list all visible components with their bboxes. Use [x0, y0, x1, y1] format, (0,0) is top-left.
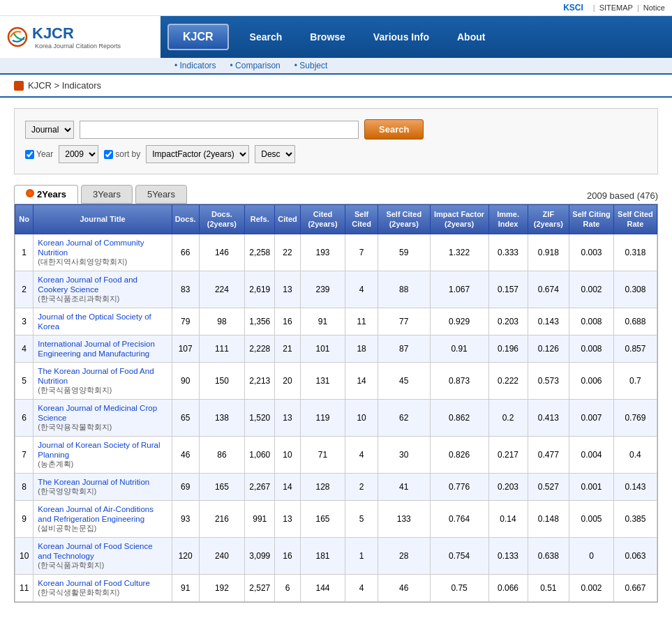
- cell-cited: 16: [275, 537, 301, 574]
- journal-title-link[interactable]: International Journal of Precision Engin…: [38, 340, 155, 358]
- nav-various-info[interactable]: Various Info: [359, 16, 443, 58]
- cell-cited-2y: 165: [300, 500, 345, 537]
- cell-impact-factor: 0.91: [430, 335, 488, 362]
- col-self-cited-2years: Self Cited (2years): [378, 205, 430, 234]
- table-container: No Journal Title Docs. Docs. (2years) Re…: [14, 204, 658, 603]
- cell-cited: 14: [275, 473, 301, 500]
- search-form: Journal Title ISSN Search Year 2009 2008…: [14, 108, 658, 174]
- journal-title-link[interactable]: Korean Journal of Air-Conditions and Ref…: [38, 505, 154, 523]
- cell-refs: 2,527: [245, 574, 275, 601]
- journal-title-link[interactable]: Journal of Korean Society of Rural Plann…: [38, 441, 160, 459]
- cell-self-cited: 4: [345, 436, 378, 473]
- tab-2years[interactable]: 2Years: [14, 185, 78, 204]
- cell-journal-title: International Journal of Precision Engin…: [33, 335, 172, 362]
- cell-self-citing-rate: 0.003: [569, 234, 614, 271]
- nav-browse[interactable]: Browse: [296, 16, 359, 58]
- cell-self-citing-rate: 0.006: [569, 362, 614, 399]
- tabs-area: 2Years 3Years 5Years 2009 based (476): [14, 185, 658, 204]
- cell-docs: 107: [172, 335, 199, 362]
- year-checkbox[interactable]: [25, 150, 34, 159]
- cell-journal-title: The Korean Journal of Food And Nutrition…: [33, 362, 172, 399]
- breadcrumb-icon: [14, 81, 24, 91]
- cell-impact-factor: 0.75: [430, 574, 488, 601]
- sort-checkbox[interactable]: [104, 150, 113, 159]
- order-select[interactable]: Desc Asc: [255, 145, 295, 163]
- cell-cited-2y: 119: [300, 399, 345, 436]
- ksci-logo[interactable]: KSCI: [563, 3, 583, 13]
- cell-cited-2y: 71: [300, 436, 345, 473]
- subnav-subject[interactable]: • Subject: [294, 61, 328, 70]
- cell-docs: 66: [172, 234, 199, 271]
- journal-title-korean: (설비공학논문집): [38, 524, 167, 534]
- tabs: 2Years 3Years 5Years: [14, 185, 187, 204]
- cell-self-citing-rate: 0.001: [569, 473, 614, 500]
- nav-items: KJCR Search Browse Various Info About: [160, 16, 672, 58]
- cell-self-cited: 7: [345, 234, 378, 271]
- journal-title-link[interactable]: The Korean Journal of Nutrition: [38, 478, 149, 486]
- col-self-cited: Self Cited: [345, 205, 378, 234]
- journal-title-link[interactable]: Korean Journal of Food Science and Techn…: [38, 542, 152, 560]
- cell-zif-2y: 0.126: [528, 335, 569, 362]
- cell-self-citing-rate: 0.004: [569, 436, 614, 473]
- subnav-indicators[interactable]: • Indicators: [174, 61, 216, 70]
- journal-title-link[interactable]: Korean Journal of Medicinal Crop Science: [38, 404, 157, 422]
- cell-zif-2y: 0.918: [528, 234, 569, 271]
- cell-imme-index: 0.196: [488, 335, 528, 362]
- cell-self-cited-2y: 88: [378, 271, 430, 308]
- nav-kjcr[interactable]: KJCR: [167, 24, 229, 50]
- cell-no: 4: [15, 335, 33, 362]
- table-row: 3 Journal of the Optical Society of Kore…: [15, 308, 657, 335]
- journal-title-link[interactable]: Korean Journal of Food Culture: [38, 579, 149, 587]
- cell-zif-2y: 0.413: [528, 399, 569, 436]
- cell-docs: 79: [172, 308, 199, 335]
- cell-refs: 2,213: [245, 362, 275, 399]
- notice-link[interactable]: Notice: [643, 3, 665, 12]
- cell-no: 9: [15, 500, 33, 537]
- cell-self-cited-rate: 0.4: [613, 436, 657, 473]
- search-button[interactable]: Search: [364, 119, 424, 140]
- cell-journal-title: The Korean Journal of Nutrition (한국영양학회지…: [33, 473, 172, 500]
- journal-title-link[interactable]: Journal of the Optical Society of Korea: [38, 312, 151, 331]
- sort-select[interactable]: ImpactFactor (2years) ImpactFactor (3yea…: [146, 145, 249, 163]
- cell-no: 6: [15, 399, 33, 436]
- cell-docs: 65: [172, 399, 199, 436]
- cell-no: 11: [15, 574, 33, 601]
- cell-impact-factor: 1.322: [430, 234, 488, 271]
- year-select[interactable]: 2009 2008 2007 2006 2005: [59, 145, 98, 163]
- journal-title-link[interactable]: Korean Journal of Community Nutrition: [38, 239, 144, 257]
- cell-self-citing-rate: 0: [569, 537, 614, 574]
- cell-docs-2y: 192: [199, 574, 245, 601]
- nav-search[interactable]: Search: [236, 16, 297, 58]
- nav-about[interactable]: About: [443, 16, 499, 58]
- sitemap-link[interactable]: SITEMAP: [599, 3, 633, 12]
- cell-zif-2y: 0.148: [528, 500, 569, 537]
- cell-self-cited: 2: [345, 473, 378, 500]
- col-cited: Cited: [275, 205, 301, 234]
- cell-refs: 1,060: [245, 436, 275, 473]
- journal-title-link[interactable]: The Korean Journal of Food And Nutrition: [38, 367, 154, 385]
- logo-area: KJCR Korea Journal Citation Reports: [0, 16, 160, 58]
- subnav-comparison[interactable]: • Comparison: [230, 61, 281, 70]
- cell-no: 8: [15, 473, 33, 500]
- cell-self-cited-rate: 0.667: [613, 574, 657, 601]
- cell-no: 10: [15, 537, 33, 574]
- cell-self-cited: 5: [345, 500, 378, 537]
- cell-imme-index: 0.222: [488, 362, 528, 399]
- tab-5years[interactable]: 5Years: [135, 185, 187, 204]
- cell-self-cited: 18: [345, 335, 378, 362]
- tab-3years[interactable]: 3Years: [81, 185, 133, 204]
- cell-docs: 69: [172, 473, 199, 500]
- cell-self-cited-2y: 45: [378, 362, 430, 399]
- journal-title-link[interactable]: Korean Journal of Food and Cookery Scien…: [38, 276, 137, 294]
- cell-no: 2: [15, 271, 33, 308]
- cell-impact-factor: 0.862: [430, 399, 488, 436]
- cell-self-cited-rate: 0.7: [613, 362, 657, 399]
- cell-no: 3: [15, 308, 33, 335]
- search-input[interactable]: [80, 121, 359, 139]
- sort-checkbox-label: sort by: [104, 149, 140, 159]
- cell-impact-factor: 0.873: [430, 362, 488, 399]
- table-row: 9 Korean Journal of Air-Conditions and R…: [15, 500, 657, 537]
- cell-cited-2y: 131: [300, 362, 345, 399]
- search-type-select[interactable]: Journal Title ISSN: [25, 121, 74, 139]
- logo-subtext: Korea Journal Citation Reports: [35, 43, 121, 50]
